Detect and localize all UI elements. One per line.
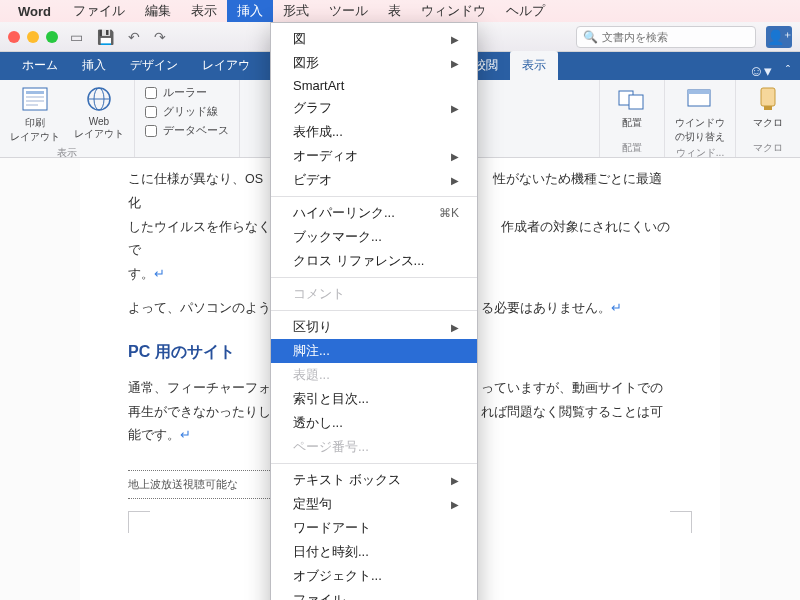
menu-window[interactable]: ウィンドウ [411,0,496,22]
undo-icon[interactable]: ↶ [128,29,140,45]
print-layout-button[interactable]: 印刷 レイアウト [10,85,60,144]
search-input[interactable] [602,31,749,43]
tab-insert[interactable]: 挿入 [70,51,118,80]
switch-window-button[interactable]: ウインドウ の切り替え [675,85,725,144]
arrange-icon [617,85,647,113]
web-layout-button[interactable]: Web レイアウト [74,85,124,144]
page-corner-left [128,511,150,533]
menu-table[interactable]: 表 [378,0,411,22]
menu-edit[interactable]: 編集 [135,0,181,22]
menu-item[interactable]: SmartArt [271,75,477,96]
tab-view[interactable]: 表示 [510,51,558,80]
ribbon-group-show: ルーラー グリッド線 データベース [135,80,240,157]
menu-item: 表題... [271,363,477,387]
home-panel-icon[interactable]: ▭ [70,29,83,45]
svg-rect-4 [26,104,38,106]
menu-file[interactable]: ファイル [63,0,135,22]
arrange-button[interactable]: 配置 [610,85,654,130]
minimize-icon[interactable] [27,31,39,43]
maximize-icon[interactable] [46,31,58,43]
ribbon-group-macro: マクロ マクロ [736,80,800,157]
menu-item[interactable]: 図形▶ [271,51,477,75]
search-box[interactable]: 🔍 [576,26,756,48]
menu-format[interactable]: 形式 [273,0,319,22]
app-name[interactable]: Word [18,4,51,19]
menu-item[interactable]: グラフ▶ [271,96,477,120]
gridlines-checkbox[interactable]: グリッド線 [145,104,229,119]
svg-rect-9 [629,95,643,109]
ribbon-group-window: ウインドウ の切り替え ウィンド... [665,80,736,157]
macro-button[interactable]: マクロ [746,85,790,130]
menu-insert[interactable]: 挿入 [227,0,273,22]
svg-rect-11 [688,90,710,94]
menu-item[interactable]: ブックマーク... [271,225,477,249]
svg-rect-2 [26,96,44,98]
menu-item[interactable]: ハイパーリンク...⌘K [271,201,477,225]
database-checkbox[interactable]: データベース [145,123,229,138]
menu-item[interactable]: 図▶ [271,27,477,51]
switch-window-icon [685,85,715,113]
menu-item[interactable]: クロス リファレンス... [271,249,477,273]
quick-access: ▭ 💾 ↶ ↷ [70,29,166,45]
ribbon-group-view: 印刷 レイアウト Web レイアウト 表示 [0,80,135,157]
svg-rect-3 [26,100,44,102]
macro-icon [753,85,783,113]
menu-item[interactable]: ビデオ▶ [271,168,477,192]
menu-item[interactable]: 日付と時刻... [271,540,477,564]
feedback-icon[interactable]: ☺▾ [749,62,772,80]
close-icon[interactable] [8,31,20,43]
menu-view[interactable]: 表示 [181,0,227,22]
menu-help[interactable]: ヘルプ [496,0,555,22]
menu-item[interactable]: ワードアート [271,516,477,540]
insert-menu-dropdown: 図▶図形▶SmartArtグラフ▶表作成...オーディオ▶ビデオ▶ハイパーリンク… [270,22,478,600]
menu-item[interactable]: オーディオ▶ [271,144,477,168]
menu-item[interactable]: 区切り▶ [271,315,477,339]
mac-menubar: Word ファイル 編集 表示 挿入 形式 ツール 表 ウィンドウ ヘルプ [0,0,800,22]
tab-design[interactable]: デザイン [118,51,190,80]
menu-tools[interactable]: ツール [319,0,378,22]
tab-layout[interactable]: レイアウ [190,51,262,80]
menu-item[interactable]: 表作成... [271,120,477,144]
ribbon-group-arrange: 配置 配置 [600,80,665,157]
user-signin-icon[interactable]: 👤⁺ [766,26,792,48]
window-controls [8,31,58,43]
menu-item[interactable]: 定型句▶ [271,492,477,516]
menu-item[interactable]: テキスト ボックス▶ [271,468,477,492]
menu-item[interactable]: ファイル... [271,588,477,600]
svg-rect-12 [761,88,775,106]
web-layout-icon [84,85,114,113]
page-corner-right [670,511,692,533]
menu-item: ページ番号... [271,435,477,459]
menu-item[interactable]: オブジェクト... [271,564,477,588]
redo-icon[interactable]: ↷ [154,29,166,45]
ribbon-collapse-icon[interactable]: ˆ [786,64,790,78]
menu-item[interactable]: 脚注... [271,339,477,363]
search-icon: 🔍 [583,30,598,44]
save-icon[interactable]: 💾 [97,29,114,45]
svg-rect-1 [26,91,44,94]
print-layout-icon [20,85,50,113]
svg-rect-13 [764,106,772,110]
ruler-checkbox[interactable]: ルーラー [145,85,229,100]
menu-item[interactable]: 索引と目次... [271,387,477,411]
tab-home[interactable]: ホーム [10,51,70,80]
menu-item[interactable]: 透かし... [271,411,477,435]
web-layout-label: Web レイアウト [74,116,124,141]
print-layout-label: 印刷 レイアウト [10,116,60,144]
menu-item: コメント [271,282,477,306]
